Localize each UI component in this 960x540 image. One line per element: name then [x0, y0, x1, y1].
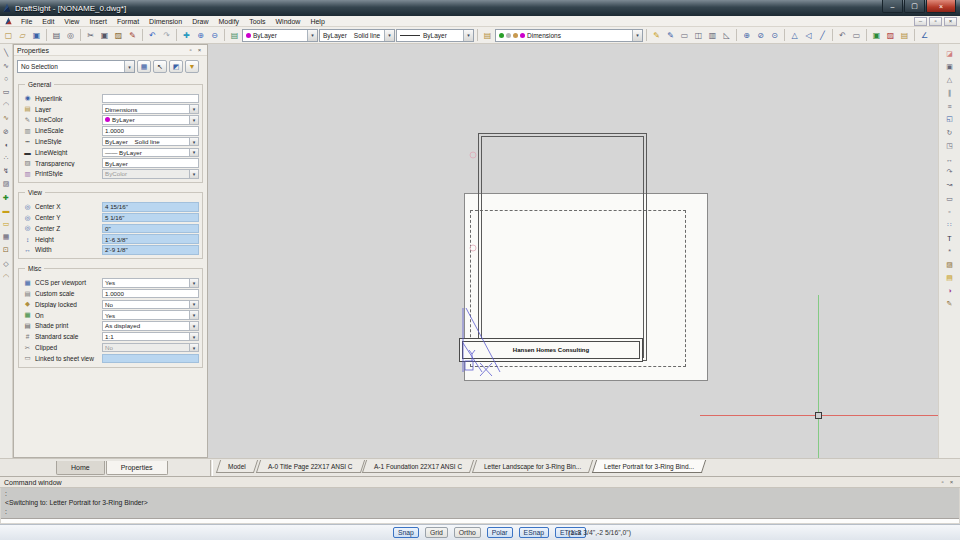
palette-close-icon[interactable]: × [195, 46, 204, 55]
toggle-ortho[interactable]: Ortho [454, 527, 481, 538]
sheet-tab-0[interactable]: Model [216, 460, 258, 473]
mask-icon[interactable]: ⊡ [1, 245, 12, 256]
angle-tool-icon[interactable]: ◁ [802, 29, 815, 42]
menu-edit[interactable]: Edit [37, 18, 59, 25]
property-field-transparency[interactable]: ByLayer [102, 158, 199, 168]
element-colors-button[interactable]: ▦ [137, 60, 151, 73]
mirror-icon[interactable]: △ [944, 74, 955, 85]
print-icon[interactable]: ▤ [50, 29, 63, 42]
sheet-tab-2[interactable]: A-1 Foundation 22X17 ANSI C [362, 460, 474, 473]
menu-view[interactable]: View [59, 18, 84, 25]
zoom-dynamic-icon[interactable]: ⊕ [194, 29, 207, 42]
text-icon[interactable]: T [944, 233, 955, 244]
table-icon[interactable]: ▦ [1, 232, 12, 243]
explode-icon[interactable]: * [944, 246, 955, 257]
paste-icon[interactable]: ▨ [112, 29, 125, 42]
property-field-on[interactable]: Yes [102, 310, 199, 320]
save-icon[interactable]: ▣ [30, 29, 43, 42]
stretch-icon[interactable]: ↔ [944, 154, 955, 165]
layers-manager-icon[interactable]: ▤ [228, 29, 241, 42]
menu-dimension[interactable]: Dimension [144, 18, 187, 25]
palette-float-icon[interactable]: ▫ [186, 46, 195, 55]
hatch-icon[interactable]: ✎ [650, 29, 663, 42]
dropdown-arrow-icon[interactable] [463, 30, 473, 41]
toggle-esnap[interactable]: ESnap [519, 527, 549, 538]
command-history[interactable]: :<Switching to: Letter Portrait for 3-Ri… [1, 488, 959, 518]
delete-icon[interactable]: ◪ [944, 48, 955, 59]
print-preview-icon[interactable]: ◎ [64, 29, 77, 42]
split-icon[interactable]: ∷ [944, 219, 955, 230]
linecolor-combo[interactable]: ByLayer [242, 29, 318, 42]
hatch-fill-icon[interactable]: ▨ [1, 179, 12, 190]
pan-icon[interactable]: ✚ [180, 29, 193, 42]
sheet-save-icon[interactable]: ▤ [898, 29, 911, 42]
extend-icon[interactable]: ▫ [944, 206, 955, 217]
menu-modify[interactable]: Modify [214, 18, 245, 25]
three-viewports-icon[interactable]: ▥ [706, 29, 719, 42]
two-viewports-icon[interactable]: ◫ [692, 29, 705, 42]
arc-icon[interactable]: ◠ [1, 100, 12, 111]
sheet-new-icon[interactable]: ▣ [870, 29, 883, 42]
property-field-hyperlink[interactable] [102, 94, 199, 104]
menu-help[interactable]: Help [305, 18, 329, 25]
point-icon[interactable]: ∴ [1, 153, 12, 164]
simple-note-icon[interactable]: ▭ [1, 218, 12, 229]
slope-icon[interactable]: ∠ [918, 29, 931, 42]
property-field-linecolor[interactable]: ByLayer [102, 115, 199, 125]
note-icon[interactable]: ▬ [1, 205, 12, 216]
ellipse-icon[interactable]: ⊘ [1, 126, 12, 137]
menu-format[interactable]: Format [112, 18, 144, 25]
trim-icon[interactable]: ▭ [944, 193, 955, 204]
property-field-lineweight[interactable]: —— ByLayer [102, 148, 199, 158]
selection-combo[interactable]: No Selection [17, 60, 135, 73]
new-icon[interactable]: ▢ [2, 29, 15, 42]
menu-window[interactable]: Window [270, 18, 305, 25]
dropdown-arrow-icon[interactable] [384, 30, 394, 41]
close-button[interactable]: × [926, 0, 956, 13]
doc-close-button[interactable]: × [944, 17, 957, 26]
image-attach-icon[interactable]: ▭ [850, 29, 863, 42]
undo-icon[interactable]: ↶ [146, 29, 159, 42]
edit-hatch-icon[interactable]: ▨ [944, 259, 955, 270]
edit-annotation-icon[interactable]: ✎ [944, 299, 955, 310]
circle-3point-icon[interactable]: ⊙ [768, 29, 781, 42]
tab-splitter[interactable] [210, 460, 213, 476]
layer-manager-icon[interactable]: ▤ [481, 29, 494, 42]
toggle-polar[interactable]: Polar [487, 527, 513, 538]
rectangle-icon[interactable]: ▭ [1, 87, 12, 98]
restore-button[interactable]: ▢ [904, 0, 925, 13]
toggle-grid[interactable]: Grid [425, 527, 448, 538]
property-field-custom-scale[interactable]: 1.0000 [102, 289, 199, 299]
sheet-tab-4[interactable]: Letter Portrait for 3-Ring Bind... [592, 460, 706, 473]
toggle-snap[interactable]: Snap [393, 527, 419, 538]
viewport-icon[interactable]: ▭ [678, 29, 691, 42]
gradient-hatch-icon[interactable]: ✎ [664, 29, 677, 42]
polyline-tool-icon[interactable]: ╱ [816, 29, 829, 42]
select-elements-button[interactable]: ↖ [153, 60, 167, 73]
command-input[interactable] [1, 518, 959, 523]
property-field-ccs-per-viewport[interactable]: Yes [102, 278, 199, 288]
doc-restore-button[interactable]: ▫ [929, 17, 942, 26]
layer-preview-icon[interactable]: ▤ [944, 272, 955, 283]
property-field-standard-scale[interactable]: 1:1 [102, 332, 199, 342]
fillet-icon[interactable]: ↷ [944, 167, 955, 178]
named-view-icon[interactable]: ◺ [720, 29, 733, 42]
circle-center-icon[interactable]: ⊕ [740, 29, 753, 42]
menu-draw[interactable]: Draw [187, 18, 213, 25]
quick-select-button[interactable]: ▼ [185, 60, 199, 73]
color-wheel-icon[interactable]: ◑ [944, 285, 955, 296]
linestyle-combo[interactable]: ByLayer Solid line [319, 29, 395, 42]
open-icon[interactable]: ▱ [16, 29, 29, 42]
palette-tab-home[interactable]: Home [56, 461, 105, 475]
menu-insert[interactable]: Insert [84, 18, 112, 25]
dropdown-arrow-icon[interactable] [124, 61, 134, 72]
scale-icon[interactable]: ◳ [944, 140, 955, 151]
doc-minimize-button[interactable]: – [914, 17, 927, 26]
command-float-icon[interactable]: ▫ [938, 478, 947, 487]
line-icon[interactable]: ╲ [1, 47, 12, 58]
cloud-icon[interactable]: ◠ [1, 271, 12, 282]
dropdown-arrow-icon[interactable] [307, 30, 317, 41]
redo-icon[interactable]: ↷ [160, 29, 173, 42]
polygon-tool-icon[interactable]: △ [788, 29, 801, 42]
centerline-icon[interactable]: ↯ [1, 166, 12, 177]
